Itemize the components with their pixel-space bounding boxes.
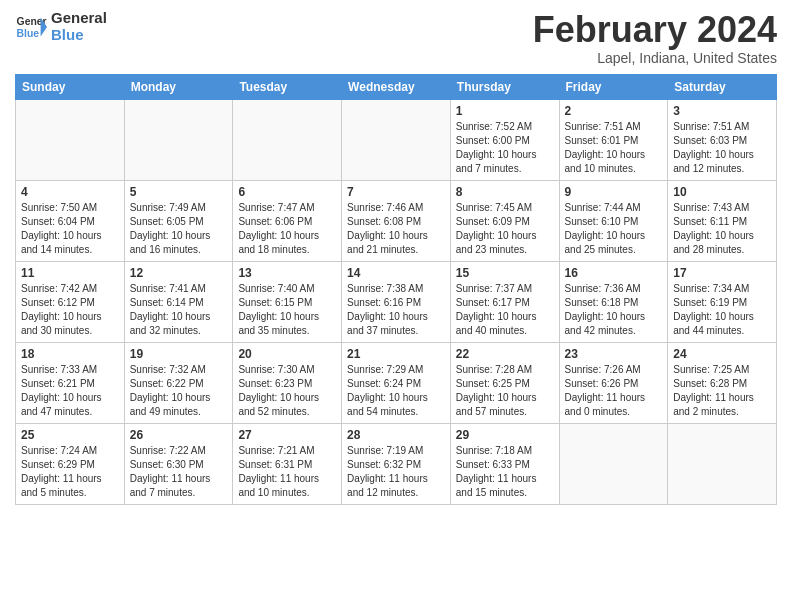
day-info: Sunrise: 7:41 AM Sunset: 6:14 PM Dayligh… — [130, 282, 228, 338]
calendar-day-7: 7Sunrise: 7:46 AM Sunset: 6:08 PM Daylig… — [342, 180, 451, 261]
calendar-header-wednesday: Wednesday — [342, 74, 451, 99]
subtitle: Lapel, Indiana, United States — [533, 50, 777, 66]
page: General Blue General Blue February 2024 … — [0, 0, 792, 612]
calendar-day-3: 3Sunrise: 7:51 AM Sunset: 6:03 PM Daylig… — [668, 99, 777, 180]
main-title: February 2024 — [533, 10, 777, 50]
calendar-day-17: 17Sunrise: 7:34 AM Sunset: 6:19 PM Dayli… — [668, 261, 777, 342]
day-number: 20 — [238, 347, 336, 361]
calendar-day-10: 10Sunrise: 7:43 AM Sunset: 6:11 PM Dayli… — [668, 180, 777, 261]
calendar-week-5: 25Sunrise: 7:24 AM Sunset: 6:29 PM Dayli… — [16, 423, 777, 504]
calendar-day-24: 24Sunrise: 7:25 AM Sunset: 6:28 PM Dayli… — [668, 342, 777, 423]
calendar-day-5: 5Sunrise: 7:49 AM Sunset: 6:05 PM Daylig… — [124, 180, 233, 261]
calendar-day-16: 16Sunrise: 7:36 AM Sunset: 6:18 PM Dayli… — [559, 261, 668, 342]
title-block: February 2024 Lapel, Indiana, United Sta… — [533, 10, 777, 66]
day-info: Sunrise: 7:33 AM Sunset: 6:21 PM Dayligh… — [21, 363, 119, 419]
day-info: Sunrise: 7:26 AM Sunset: 6:26 PM Dayligh… — [565, 363, 663, 419]
calendar-day-9: 9Sunrise: 7:44 AM Sunset: 6:10 PM Daylig… — [559, 180, 668, 261]
svg-text:Blue: Blue — [17, 27, 40, 38]
calendar-week-2: 4Sunrise: 7:50 AM Sunset: 6:04 PM Daylig… — [16, 180, 777, 261]
header: General Blue General Blue February 2024 … — [15, 10, 777, 66]
calendar-day-18: 18Sunrise: 7:33 AM Sunset: 6:21 PM Dayli… — [16, 342, 125, 423]
day-number: 29 — [456, 428, 554, 442]
day-info: Sunrise: 7:32 AM Sunset: 6:22 PM Dayligh… — [130, 363, 228, 419]
day-number: 2 — [565, 104, 663, 118]
calendar-week-3: 11Sunrise: 7:42 AM Sunset: 6:12 PM Dayli… — [16, 261, 777, 342]
calendar-week-1: 1Sunrise: 7:52 AM Sunset: 6:00 PM Daylig… — [16, 99, 777, 180]
day-number: 13 — [238, 266, 336, 280]
calendar-day-22: 22Sunrise: 7:28 AM Sunset: 6:25 PM Dayli… — [450, 342, 559, 423]
calendar-day-6: 6Sunrise: 7:47 AM Sunset: 6:06 PM Daylig… — [233, 180, 342, 261]
day-info: Sunrise: 7:46 AM Sunset: 6:08 PM Dayligh… — [347, 201, 445, 257]
day-info: Sunrise: 7:19 AM Sunset: 6:32 PM Dayligh… — [347, 444, 445, 500]
day-number: 5 — [130, 185, 228, 199]
calendar-day-4: 4Sunrise: 7:50 AM Sunset: 6:04 PM Daylig… — [16, 180, 125, 261]
calendar-table: SundayMondayTuesdayWednesdayThursdayFrid… — [15, 74, 777, 505]
day-info: Sunrise: 7:40 AM Sunset: 6:15 PM Dayligh… — [238, 282, 336, 338]
day-info: Sunrise: 7:49 AM Sunset: 6:05 PM Dayligh… — [130, 201, 228, 257]
logo-blue: Blue — [51, 27, 107, 44]
logo: General Blue General Blue — [15, 10, 107, 43]
calendar-day-11: 11Sunrise: 7:42 AM Sunset: 6:12 PM Dayli… — [16, 261, 125, 342]
day-info: Sunrise: 7:37 AM Sunset: 6:17 PM Dayligh… — [456, 282, 554, 338]
day-info: Sunrise: 7:47 AM Sunset: 6:06 PM Dayligh… — [238, 201, 336, 257]
calendar-day-26: 26Sunrise: 7:22 AM Sunset: 6:30 PM Dayli… — [124, 423, 233, 504]
calendar-day-empty-0-0 — [16, 99, 125, 180]
calendar-header-saturday: Saturday — [668, 74, 777, 99]
day-info: Sunrise: 7:24 AM Sunset: 6:29 PM Dayligh… — [21, 444, 119, 500]
calendar-day-empty-0-2 — [233, 99, 342, 180]
calendar-day-8: 8Sunrise: 7:45 AM Sunset: 6:09 PM Daylig… — [450, 180, 559, 261]
day-info: Sunrise: 7:42 AM Sunset: 6:12 PM Dayligh… — [21, 282, 119, 338]
calendar-header-tuesday: Tuesday — [233, 74, 342, 99]
day-number: 28 — [347, 428, 445, 442]
day-number: 3 — [673, 104, 771, 118]
logo-icon: General Blue — [15, 11, 47, 43]
calendar-day-14: 14Sunrise: 7:38 AM Sunset: 6:16 PM Dayli… — [342, 261, 451, 342]
day-number: 21 — [347, 347, 445, 361]
calendar-day-2: 2Sunrise: 7:51 AM Sunset: 6:01 PM Daylig… — [559, 99, 668, 180]
calendar-week-4: 18Sunrise: 7:33 AM Sunset: 6:21 PM Dayli… — [16, 342, 777, 423]
calendar-header-sunday: Sunday — [16, 74, 125, 99]
day-number: 25 — [21, 428, 119, 442]
day-info: Sunrise: 7:18 AM Sunset: 6:33 PM Dayligh… — [456, 444, 554, 500]
day-number: 12 — [130, 266, 228, 280]
day-info: Sunrise: 7:34 AM Sunset: 6:19 PM Dayligh… — [673, 282, 771, 338]
calendar-day-27: 27Sunrise: 7:21 AM Sunset: 6:31 PM Dayli… — [233, 423, 342, 504]
day-number: 8 — [456, 185, 554, 199]
day-info: Sunrise: 7:45 AM Sunset: 6:09 PM Dayligh… — [456, 201, 554, 257]
day-number: 11 — [21, 266, 119, 280]
calendar-day-25: 25Sunrise: 7:24 AM Sunset: 6:29 PM Dayli… — [16, 423, 125, 504]
day-info: Sunrise: 7:30 AM Sunset: 6:23 PM Dayligh… — [238, 363, 336, 419]
day-number: 15 — [456, 266, 554, 280]
day-info: Sunrise: 7:43 AM Sunset: 6:11 PM Dayligh… — [673, 201, 771, 257]
calendar-day-20: 20Sunrise: 7:30 AM Sunset: 6:23 PM Dayli… — [233, 342, 342, 423]
day-info: Sunrise: 7:44 AM Sunset: 6:10 PM Dayligh… — [565, 201, 663, 257]
day-number: 7 — [347, 185, 445, 199]
calendar-day-19: 19Sunrise: 7:32 AM Sunset: 6:22 PM Dayli… — [124, 342, 233, 423]
day-info: Sunrise: 7:51 AM Sunset: 6:01 PM Dayligh… — [565, 120, 663, 176]
calendar-day-empty-0-3 — [342, 99, 451, 180]
calendar-day-empty-0-1 — [124, 99, 233, 180]
day-info: Sunrise: 7:36 AM Sunset: 6:18 PM Dayligh… — [565, 282, 663, 338]
day-number: 19 — [130, 347, 228, 361]
day-info: Sunrise: 7:29 AM Sunset: 6:24 PM Dayligh… — [347, 363, 445, 419]
day-number: 10 — [673, 185, 771, 199]
calendar-day-empty-4-6 — [668, 423, 777, 504]
day-number: 6 — [238, 185, 336, 199]
calendar-day-29: 29Sunrise: 7:18 AM Sunset: 6:33 PM Dayli… — [450, 423, 559, 504]
day-info: Sunrise: 7:50 AM Sunset: 6:04 PM Dayligh… — [21, 201, 119, 257]
calendar-day-23: 23Sunrise: 7:26 AM Sunset: 6:26 PM Dayli… — [559, 342, 668, 423]
day-info: Sunrise: 7:51 AM Sunset: 6:03 PM Dayligh… — [673, 120, 771, 176]
day-info: Sunrise: 7:21 AM Sunset: 6:31 PM Dayligh… — [238, 444, 336, 500]
day-number: 1 — [456, 104, 554, 118]
day-number: 22 — [456, 347, 554, 361]
day-number: 4 — [21, 185, 119, 199]
day-info: Sunrise: 7:25 AM Sunset: 6:28 PM Dayligh… — [673, 363, 771, 419]
logo-general: General — [51, 10, 107, 27]
day-number: 24 — [673, 347, 771, 361]
calendar-header-thursday: Thursday — [450, 74, 559, 99]
calendar-day-1: 1Sunrise: 7:52 AM Sunset: 6:00 PM Daylig… — [450, 99, 559, 180]
calendar-day-12: 12Sunrise: 7:41 AM Sunset: 6:14 PM Dayli… — [124, 261, 233, 342]
day-info: Sunrise: 7:38 AM Sunset: 6:16 PM Dayligh… — [347, 282, 445, 338]
day-info: Sunrise: 7:52 AM Sunset: 6:00 PM Dayligh… — [456, 120, 554, 176]
day-number: 14 — [347, 266, 445, 280]
